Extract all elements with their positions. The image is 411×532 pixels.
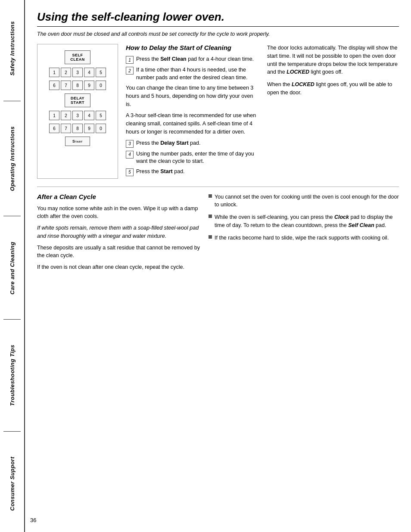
step-text-5: Press the Start pad. xyxy=(136,168,185,176)
after-clean-body2: If white spots remain, remove them with … xyxy=(37,224,201,240)
title-divider xyxy=(37,26,399,27)
num-key-9b[interactable]: 9 xyxy=(84,124,94,133)
num-key-1[interactable]: 1 xyxy=(49,68,59,77)
num-key-7[interactable]: 7 xyxy=(61,81,71,90)
after-clean-body1: You may notice some white ash in the ove… xyxy=(37,205,201,221)
bullet-item-1: You cannot set the oven for cooking unti… xyxy=(209,193,399,209)
sidebar-item-troubleshooting[interactable]: Troubleshooting Tips xyxy=(9,345,16,406)
after-clean-body4: If the oven is not clean after one clean… xyxy=(37,263,201,271)
bullet-text-1: You cannot set the oven for cooking unti… xyxy=(215,193,399,209)
bullet-list: You cannot set the oven for cooking unti… xyxy=(209,193,399,242)
num-key-6b[interactable]: 6 xyxy=(49,124,59,133)
sidebar-item-care[interactable]: Care and Cleaning xyxy=(9,242,16,295)
start-key[interactable]: Start xyxy=(65,137,90,146)
num-key-9[interactable]: 9 xyxy=(84,81,94,90)
step-3: 3 Press the Delay Start pad. xyxy=(126,140,259,148)
bullet-text-3: If the racks become hard to slide, wipe … xyxy=(215,234,389,242)
num-key-3b[interactable]: 3 xyxy=(72,111,83,120)
num-key-0b[interactable]: 0 xyxy=(96,124,106,133)
step-5: 5 Press the Start pad. xyxy=(126,168,259,176)
self-clean-label-line1: Self xyxy=(69,53,86,57)
sidebar-divider-1 xyxy=(3,101,21,101)
right-body-2: When the LOCKED light goes off, you will… xyxy=(267,81,399,97)
right-col: The door locks automatically. The displa… xyxy=(267,44,399,179)
number-row-bottom-1: 6 7 8 9 0 xyxy=(49,81,106,90)
num-key-3[interactable]: 3 xyxy=(72,68,83,77)
delay-label-line2: Start xyxy=(69,100,86,105)
num-key-8[interactable]: 8 xyxy=(72,81,83,90)
bullet-icon-1 xyxy=(209,194,212,198)
num-key-2b[interactable]: 2 xyxy=(61,111,71,120)
body-text-1: You can change the clean time to any tim… xyxy=(126,84,259,108)
self-clean-key[interactable]: Self Clean xyxy=(65,50,90,64)
subtitle: The oven door must be closed and all con… xyxy=(37,31,399,37)
page-title: Using the self-cleaning lower oven. xyxy=(37,10,399,24)
num-key-1b[interactable]: 1 xyxy=(49,111,59,120)
sidebar-item-operating[interactable]: Operating Instructions xyxy=(9,126,16,191)
delay-label-line1: Delay xyxy=(69,96,86,100)
sidebar-divider-4 xyxy=(3,431,21,432)
number-row-top-2: 1 2 3 4 5 xyxy=(49,111,106,120)
main-content: Using the self-cleaning lower oven. The … xyxy=(25,0,411,532)
num-key-5[interactable]: 5 xyxy=(96,68,106,77)
step-text-1: Press the Self Clean pad for a 4-hour cl… xyxy=(136,56,254,63)
step-num-4: 4 xyxy=(126,151,134,159)
step-4: 4 Using the number pads, enter the time … xyxy=(126,150,259,165)
after-clean-heading: After a Clean Cycle xyxy=(37,193,201,200)
number-row-top: 1 2 3 4 5 xyxy=(49,68,106,77)
step-2: 2 If a time other than 4 hours is needed… xyxy=(126,66,259,81)
sidebar-divider-3 xyxy=(3,319,21,320)
page-number: 36 xyxy=(30,517,36,523)
self-clean-label-line2: Clean xyxy=(69,57,86,62)
section-divider xyxy=(37,187,399,187)
step-1: 1 Press the Self Clean pad for a 4-hour … xyxy=(126,56,259,64)
after-clean-body3: These deposits are usually a salt residu… xyxy=(37,244,201,260)
bullet-item-2: While the oven is self-cleaning, you can… xyxy=(209,213,399,230)
step-num-3: 3 xyxy=(126,140,134,148)
num-key-6[interactable]: 6 xyxy=(49,81,59,90)
bullet-icon-2 xyxy=(209,215,212,218)
step-num-1: 1 xyxy=(126,56,134,64)
number-row-bottom-2: 6 7 8 9 0 xyxy=(49,124,106,133)
bullet-text-2: While the oven is self-cleaning, you can… xyxy=(215,213,399,230)
after-clean-left: After a Clean Cycle You may notice some … xyxy=(37,193,201,275)
step-num-5: 5 xyxy=(126,168,134,176)
num-key-7b[interactable]: 7 xyxy=(61,124,71,133)
num-key-4b[interactable]: 4 xyxy=(84,111,94,120)
top-section: Self Clean 1 2 3 4 5 6 7 8 9 0 Delay Sta… xyxy=(37,44,399,179)
after-clean-right: You cannot set the oven for cooking unti… xyxy=(209,193,399,275)
bullet-item-3: If the racks become hard to slide, wipe … xyxy=(209,234,399,242)
step-text-2: If a time other than 4 hours is needed, … xyxy=(136,66,259,81)
instructions-col: How to Delay the Start of Cleaning 1 Pre… xyxy=(126,44,259,179)
right-body-1: The door locks automatically. The displa… xyxy=(267,44,399,76)
num-key-0[interactable]: 0 xyxy=(96,81,106,90)
keypad-diagram: Self Clean 1 2 3 4 5 6 7 8 9 0 Delay Sta… xyxy=(37,44,118,179)
step-text-4: Using the number pads, enter the time of… xyxy=(136,150,259,165)
how-to-delay-heading: How to Delay the Start of Cleaning xyxy=(126,44,259,51)
num-key-8b[interactable]: 8 xyxy=(72,124,83,133)
num-key-5b[interactable]: 5 xyxy=(96,111,106,120)
bullet-icon-3 xyxy=(209,235,212,239)
step-text-3: Press the Delay Start pad. xyxy=(136,140,200,147)
delay-start-key[interactable]: Delay Start xyxy=(65,93,90,107)
bottom-section: After a Clean Cycle You may notice some … xyxy=(37,193,399,275)
sidebar-item-consumer[interactable]: Consumer Support xyxy=(9,457,16,511)
body-text-2: A 3-hour self-clean time is recommended … xyxy=(126,112,259,136)
num-key-2[interactable]: 2 xyxy=(61,68,71,77)
step-num-2: 2 xyxy=(126,67,134,75)
sidebar-divider-2 xyxy=(3,216,21,216)
num-key-4[interactable]: 4 xyxy=(84,68,94,77)
sidebar-item-safety[interactable]: Safety Instructions xyxy=(9,21,16,76)
sidebar: Safety Instructions Operating Instructio… xyxy=(0,0,25,532)
